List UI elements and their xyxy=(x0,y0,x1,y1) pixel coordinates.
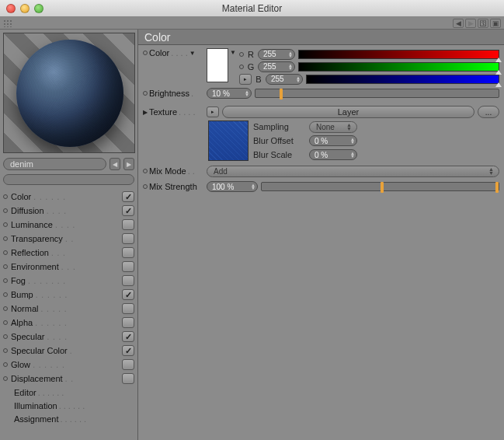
lock-icon[interactable]: ⚿ xyxy=(478,19,488,28)
channel-checkbox[interactable] xyxy=(122,373,134,384)
mix-mode-dropdown[interactable]: Add▲▼ xyxy=(207,166,499,177)
minimize-icon[interactable] xyxy=(20,4,30,13)
material-preview[interactable] xyxy=(3,33,135,153)
properties: Color. . . . ▼ ▼ R 255▲▼ xyxy=(138,45,504,198)
color-label: Color. . . . ▼ xyxy=(143,48,203,58)
mix-strength-label: Mix Strength xyxy=(143,182,203,191)
sub-editor[interactable]: Editor . . . . . . xyxy=(3,386,134,399)
channel-checkbox[interactable] xyxy=(122,331,134,342)
ring-icon xyxy=(3,250,8,255)
brightness-input[interactable]: 10 %▲▼ xyxy=(207,88,252,99)
channel-specular-color[interactable]: Specular Color . xyxy=(3,344,134,358)
g-input[interactable]: 255▲▼ xyxy=(258,61,295,72)
r-input[interactable]: 255▲▼ xyxy=(258,49,295,60)
channel-label: Glow . . . . . . xyxy=(11,360,120,369)
channel-checkbox[interactable] xyxy=(122,359,134,370)
channel-diffusion[interactable]: Diffusion . . . . xyxy=(3,204,134,218)
brightness-label: Brightness . xyxy=(143,89,203,98)
zoom-icon[interactable] xyxy=(34,4,43,13)
chevron-right-icon[interactable]: ▶ xyxy=(143,109,148,116)
ring-icon xyxy=(3,208,8,213)
mix-strength-input[interactable]: 100 %▲▼ xyxy=(207,181,258,192)
channel-displacement[interactable]: Displacement . . xyxy=(3,372,134,386)
channel-checkbox[interactable] xyxy=(122,233,134,244)
layer-button[interactable]: Layer xyxy=(222,106,474,118)
channel-checkbox[interactable] xyxy=(122,191,134,202)
channel-label: Diffusion . . . . xyxy=(11,206,120,215)
swatch-menu-icon[interactable]: ▼ xyxy=(230,48,236,56)
channel-checkbox[interactable] xyxy=(122,345,134,356)
brightness-slider[interactable] xyxy=(255,89,499,98)
channel-reflection[interactable]: Reflection . . . xyxy=(3,246,134,260)
ring-icon xyxy=(3,306,8,311)
b-slider[interactable] xyxy=(306,75,499,84)
toolbar: ◀ ▶ ⚿ ▣ xyxy=(0,17,504,30)
window-controls xyxy=(6,4,43,13)
channel-checkbox[interactable] xyxy=(122,289,134,300)
channel-fog[interactable]: Fog . . . . . . . xyxy=(3,274,134,288)
blur-scale-input[interactable]: 0 %▲▼ xyxy=(309,149,357,160)
sub-illumination[interactable]: Illumination . . . . . . xyxy=(3,399,134,412)
channel-environment[interactable]: Environment . . . xyxy=(3,260,134,274)
ring-icon xyxy=(3,236,8,241)
preview-sphere xyxy=(16,40,123,147)
channel-luminance[interactable]: Luminance . . . . xyxy=(3,218,134,232)
b-label: B xyxy=(255,75,262,84)
channel-checkbox[interactable] xyxy=(122,219,134,230)
browse-button[interactable]: ... xyxy=(478,106,499,118)
chevron-down-icon[interactable]: ▼ xyxy=(189,50,196,57)
color-swatch[interactable] xyxy=(207,48,228,82)
window-title: Material Editor xyxy=(0,3,504,14)
blur-offset-input[interactable]: 0 %▲▼ xyxy=(309,135,357,146)
next-icon[interactable]: ▶ xyxy=(465,19,476,28)
close-icon[interactable] xyxy=(6,4,16,13)
channel-label: Color . . . . . . xyxy=(11,192,120,201)
panel-title: Color xyxy=(138,30,504,45)
material-path-input[interactable] xyxy=(3,174,134,185)
channel-list: Color . . . . . . Diffusion . . . . Lumi… xyxy=(0,190,137,428)
texture-menu-button[interactable]: ▸ xyxy=(207,107,219,117)
texture-thumbnail[interactable] xyxy=(208,120,249,161)
channel-normal[interactable]: Normal . . . . . xyxy=(3,302,134,316)
channel-transparency[interactable]: Transparency . . xyxy=(3,232,134,246)
prev-icon[interactable]: ◀ xyxy=(453,19,464,28)
color-mode-button[interactable]: ▸ xyxy=(239,74,252,85)
channel-label: Transparency . . xyxy=(11,234,120,243)
ring-icon xyxy=(3,222,8,227)
channel-label: Displacement . . xyxy=(11,374,120,383)
sampling-dropdown[interactable]: None▲▼ xyxy=(309,121,357,133)
b-input[interactable]: 255▲▼ xyxy=(266,74,303,85)
channel-label: Specular . . . . xyxy=(11,332,120,341)
channel-checkbox[interactable] xyxy=(122,303,134,314)
channel-specular[interactable]: Specular . . . . xyxy=(3,330,134,344)
main-split: denim ◀ ▶ Color . . . . . . Diffusion . … xyxy=(0,30,504,440)
channel-label: Normal . . . . . xyxy=(11,304,120,313)
channel-alpha[interactable]: Alpha . . . . . . xyxy=(3,316,134,330)
channel-bump[interactable]: Bump . . . . . . xyxy=(3,288,134,302)
channel-checkbox[interactable] xyxy=(122,205,134,216)
channel-glow[interactable]: Glow . . . . . . xyxy=(3,358,134,372)
ring-icon xyxy=(3,320,8,325)
sampling-label: Sampling xyxy=(253,122,304,131)
prev-material-button[interactable]: ◀ xyxy=(109,158,120,170)
grip-icon[interactable] xyxy=(3,19,12,27)
g-slider[interactable] xyxy=(298,62,499,72)
sub-assignment[interactable]: Assignment . . . . . . xyxy=(3,412,134,425)
channel-checkbox[interactable] xyxy=(122,317,134,328)
channel-color[interactable]: Color . . . . . . xyxy=(3,190,134,204)
mix-strength-slider[interactable] xyxy=(261,182,499,191)
channel-label: Fog . . . . . . . xyxy=(11,276,120,285)
mix-mode-label: Mix Mode . . xyxy=(143,166,203,176)
r-slider[interactable] xyxy=(298,50,499,59)
next-material-button[interactable]: ▶ xyxy=(123,158,134,170)
channel-checkbox[interactable] xyxy=(122,261,134,272)
ring-icon xyxy=(3,362,8,367)
channel-label: Luminance . . . . xyxy=(11,220,120,229)
ring-icon xyxy=(3,376,8,381)
material-name-input[interactable]: denim xyxy=(3,158,106,170)
channel-checkbox[interactable] xyxy=(122,275,134,286)
ring-icon xyxy=(3,264,8,269)
add-icon[interactable]: ▣ xyxy=(490,19,501,28)
channel-checkbox[interactable] xyxy=(122,247,134,258)
channel-label: Bump . . . . . . xyxy=(11,290,120,299)
